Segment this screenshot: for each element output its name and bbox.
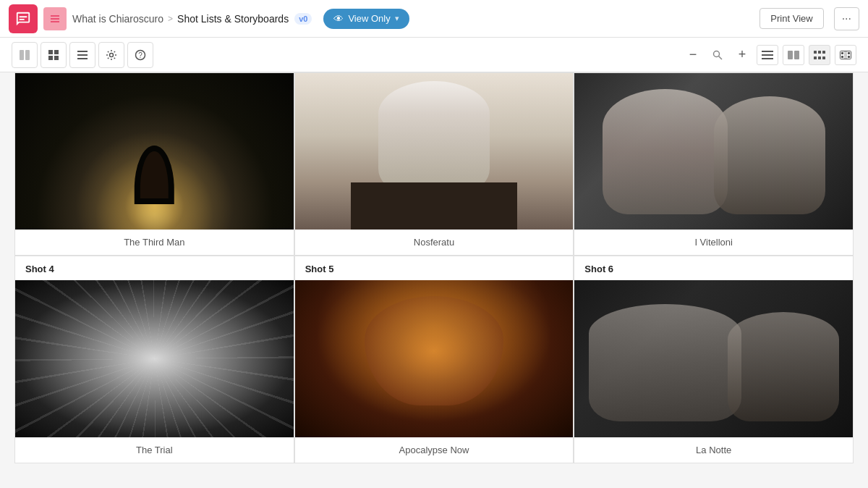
list-view-button[interactable] (757, 45, 778, 65)
shot-card-3: I Vitelloni (574, 72, 854, 256)
svg-rect-29 (848, 52, 850, 54)
svg-rect-28 (841, 52, 843, 54)
toolbar-left: ? (12, 42, 153, 68)
svg-rect-31 (848, 56, 850, 58)
shot-1-caption: The Third Man (15, 230, 294, 255)
eye-icon: 👁 (333, 13, 344, 25)
breadcrumb-parent[interactable]: What is Chiaroscuro (72, 13, 163, 25)
rows-icon (762, 51, 773, 59)
zoom-in-button[interactable]: + (732, 45, 752, 65)
svg-rect-18 (762, 58, 773, 59)
shot-5-caption: Apocalypse Now (295, 437, 574, 463)
svg-rect-8 (77, 51, 88, 52)
breadcrumb-separator: > (168, 14, 173, 24)
shot-4-header: Shot 4 (15, 256, 294, 280)
settings-button[interactable] (98, 42, 124, 68)
shot-card-4: Shot 4 The Trial (14, 256, 294, 463)
chevron-down-icon: ▾ (395, 14, 399, 23)
list-icon (49, 13, 61, 25)
svg-rect-7 (54, 56, 59, 60)
svg-rect-10 (77, 58, 88, 59)
shots-container: The Third Man Nosferatu I Vitelloni Shot… (0, 72, 868, 478)
shot-row-top: The Third Man Nosferatu I Vitelloni (14, 72, 854, 256)
toolbar-right: − + (683, 45, 856, 65)
print-view-button[interactable]: Print View (760, 8, 823, 29)
app-logo[interactable] (9, 4, 38, 33)
film-icon (840, 51, 851, 59)
svg-rect-19 (788, 51, 793, 59)
toolbar: ? − + (0, 38, 868, 72)
shot-1-image[interactable] (15, 73, 294, 230)
list-icon (77, 49, 88, 61)
grid-icon (48, 49, 59, 61)
columns-icon (788, 51, 799, 59)
shot-card-1: The Third Man (14, 72, 294, 256)
shot-2-caption: Nosferatu (295, 230, 574, 255)
gear-icon (106, 49, 117, 61)
shot-6-image[interactable] (574, 280, 853, 437)
shot-4-caption: The Trial (15, 437, 294, 463)
film-view-button[interactable] (835, 45, 856, 65)
svg-rect-30 (841, 56, 843, 58)
list-toggle-button[interactable] (69, 42, 95, 68)
column-view-button[interactable] (783, 45, 804, 65)
panel-toggle-button[interactable] (12, 42, 38, 68)
view-only-label: View Only (348, 13, 390, 24)
svg-text:?: ? (138, 51, 142, 59)
grid-toggle-button[interactable] (41, 42, 67, 68)
shot-4-image[interactable] (15, 280, 294, 437)
shot-3-caption: I Vitelloni (574, 230, 853, 255)
svg-rect-24 (814, 56, 817, 59)
svg-rect-5 (54, 50, 59, 54)
svg-rect-0 (20, 16, 27, 17)
svg-rect-4 (48, 50, 53, 54)
svg-rect-22 (818, 51, 821, 54)
shot-card-2: Nosferatu (294, 72, 574, 256)
svg-rect-3 (25, 50, 30, 60)
nav-context-icon (43, 7, 67, 30)
breadcrumb-current: Shot Lists & Storyboards (177, 13, 289, 25)
more-options-button[interactable]: ··· (834, 7, 859, 30)
search-icon (712, 49, 723, 61)
version-badge: v0 (294, 13, 312, 25)
zoom-out-button[interactable]: − (683, 45, 703, 65)
svg-rect-21 (814, 51, 817, 54)
help-icon: ? (135, 49, 146, 61)
svg-rect-1 (20, 19, 25, 20)
svg-rect-2 (20, 50, 24, 60)
svg-rect-25 (818, 56, 821, 59)
shot-6-caption: La Notte (574, 437, 853, 463)
panel-icon (19, 49, 30, 61)
chat-icon (15, 11, 31, 27)
breadcrumb: What is Chiaroscuro > Shot Lists & Story… (72, 13, 312, 25)
svg-line-15 (719, 56, 723, 59)
shot-row-bottom: Shot 4 The Trial Shot 5 Apocalypse Now S… (14, 256, 854, 463)
view-only-button[interactable]: 👁 View Only ▾ (323, 9, 409, 29)
svg-rect-6 (48, 56, 53, 60)
svg-rect-32 (844, 51, 847, 59)
shot-2-image[interactable] (295, 73, 574, 230)
shot-5-image[interactable] (295, 280, 574, 437)
svg-rect-9 (77, 54, 88, 56)
shot-5-header: Shot 5 (295, 256, 574, 280)
svg-rect-23 (822, 51, 825, 54)
svg-rect-17 (762, 54, 773, 56)
app-header: What is Chiaroscuro > Shot Lists & Story… (0, 0, 868, 38)
svg-rect-26 (822, 56, 825, 59)
main-content: The Third Man Nosferatu I Vitelloni Shot… (0, 72, 868, 488)
shot-3-image[interactable] (574, 73, 853, 230)
grid-view-icon (814, 51, 825, 59)
svg-rect-20 (794, 51, 799, 59)
shot-6-header: Shot 6 (574, 256, 853, 280)
grid-view-button[interactable] (809, 45, 830, 65)
help-button[interactable]: ? (127, 42, 153, 68)
svg-point-11 (110, 53, 114, 56)
svg-rect-16 (762, 51, 773, 52)
svg-point-14 (714, 51, 720, 56)
zoom-search-button[interactable] (707, 45, 728, 65)
shot-card-6: Shot 6 La Notte (574, 256, 854, 463)
shot-card-5: Shot 5 Apocalypse Now (294, 256, 574, 463)
